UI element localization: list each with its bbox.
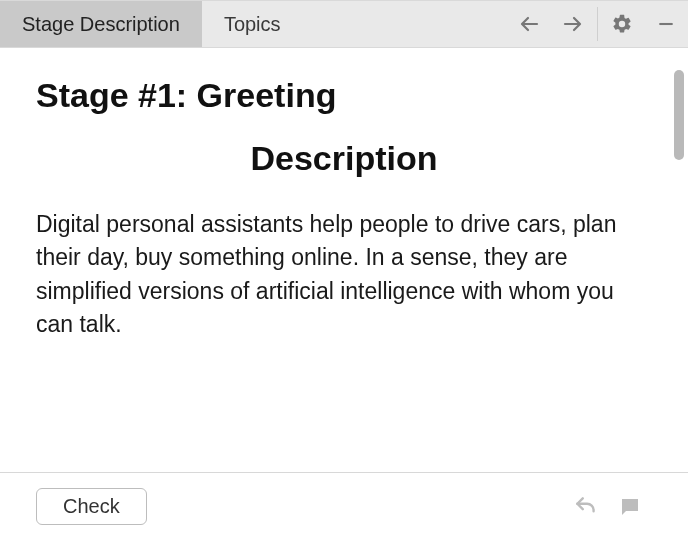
stage-title: Stage #1: Greeting xyxy=(36,76,652,115)
minimize-button[interactable] xyxy=(644,1,688,47)
description-body: Digital personal assistants help people … xyxy=(36,208,652,341)
description-heading: Description xyxy=(36,139,652,178)
comment-icon xyxy=(618,495,642,519)
gear-icon xyxy=(611,13,633,35)
footer-bar: Check xyxy=(0,472,688,540)
scrollbar-thumb[interactable] xyxy=(674,70,684,160)
undo-icon xyxy=(573,494,599,520)
toolbar-separator xyxy=(597,7,598,41)
undo-button[interactable] xyxy=(564,494,608,520)
toolbar: Stage Description Topics xyxy=(0,0,688,48)
arrow-left-icon xyxy=(517,12,541,36)
content-area: Stage #1: Greeting Description Digital p… xyxy=(0,48,688,472)
tab-label: Topics xyxy=(224,13,281,36)
arrow-right-icon xyxy=(561,12,585,36)
tab-stage-description[interactable]: Stage Description xyxy=(0,1,202,47)
check-button[interactable]: Check xyxy=(36,488,147,525)
settings-button[interactable] xyxy=(600,1,644,47)
tab-topics[interactable]: Topics xyxy=(202,1,303,47)
comment-button[interactable] xyxy=(608,495,652,519)
minimize-icon xyxy=(656,14,676,34)
nav-back-button[interactable] xyxy=(507,1,551,47)
check-button-label: Check xyxy=(63,495,120,517)
tab-label: Stage Description xyxy=(22,13,180,36)
toolbar-spacer xyxy=(303,1,507,47)
nav-forward-button[interactable] xyxy=(551,1,595,47)
